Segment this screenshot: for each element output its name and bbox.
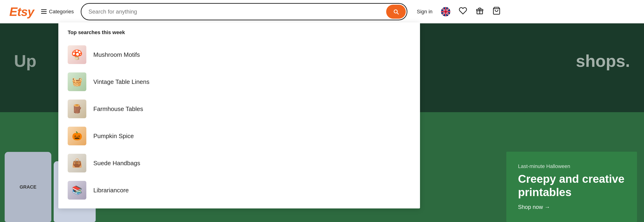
suggestion-suede-handbags[interactable]: Suede Handbags [58, 150, 420, 177]
suggestion-label-handbags: Suede Handbags [93, 160, 140, 167]
categories-button[interactable]: Categories [41, 9, 74, 15]
suggestion-mushroom-motifs[interactable]: Mushroom Motifs [58, 41, 420, 68]
search-input[interactable] [82, 4, 385, 19]
basket-label-grace: GRACE [20, 184, 36, 190]
hero-text-left: Up [14, 51, 36, 71]
search-bar [81, 3, 408, 20]
halloween-promo-card: Last-minute Halloween Creepy and creativ… [506, 152, 637, 222]
header: Etsy Categories Sign in [0, 0, 644, 23]
suggestion-label-mushroom: Mushroom Motifs [93, 51, 140, 58]
suggestion-label-pumpkin: Pumpkin Spice [93, 132, 134, 140]
suggestion-label-librarian: Librariancore [93, 187, 129, 194]
hero-text-right: shops. [576, 51, 630, 71]
suggestion-thumb-mushroom [68, 45, 86, 64]
favorites-icon[interactable] [459, 7, 467, 17]
sign-in-button[interactable]: Sign in [417, 9, 432, 15]
suggestion-thumb-linens [68, 72, 86, 91]
cart-icon[interactable] [492, 7, 501, 17]
search-button[interactable] [386, 5, 406, 19]
promo-title: Creepy and creative printables [518, 172, 625, 199]
suggestion-pumpkin-spice[interactable]: Pumpkin Spice [58, 122, 420, 150]
dropdown-title: Top searches this week [58, 30, 420, 41]
etsy-logo[interactable]: Etsy [9, 5, 34, 19]
promo-subtitle: Last-minute Halloween [518, 163, 625, 169]
basket-grace: GRACE [5, 152, 51, 222]
suggestion-vintage-table-linens[interactable]: Vintage Table Linens [58, 68, 420, 95]
suggestion-label-linens: Vintage Table Linens [93, 78, 149, 86]
search-icon [393, 9, 399, 15]
suggestion-thumb-librarian [68, 181, 86, 199]
suggestion-thumb-farmhouse [68, 100, 86, 118]
header-actions: Sign in [417, 7, 500, 17]
hamburger-icon [41, 9, 47, 14]
categories-label: Categories [49, 9, 74, 15]
gift-icon[interactable] [476, 7, 484, 17]
suggestion-thumb-pumpkin [68, 127, 86, 145]
suggestion-librariancore[interactable]: Librariancore [58, 177, 420, 204]
suggestion-thumb-handbags [68, 154, 86, 172]
language-selector[interactable] [441, 7, 450, 16]
suggestion-farmhouse-tables[interactable]: Farmhouse Tables [58, 95, 420, 122]
search-dropdown: Top searches this week Mushroom Motifs V… [58, 23, 420, 208]
suggestion-label-farmhouse: Farmhouse Tables [93, 105, 143, 113]
promo-link[interactable]: Shop now → [518, 204, 625, 210]
